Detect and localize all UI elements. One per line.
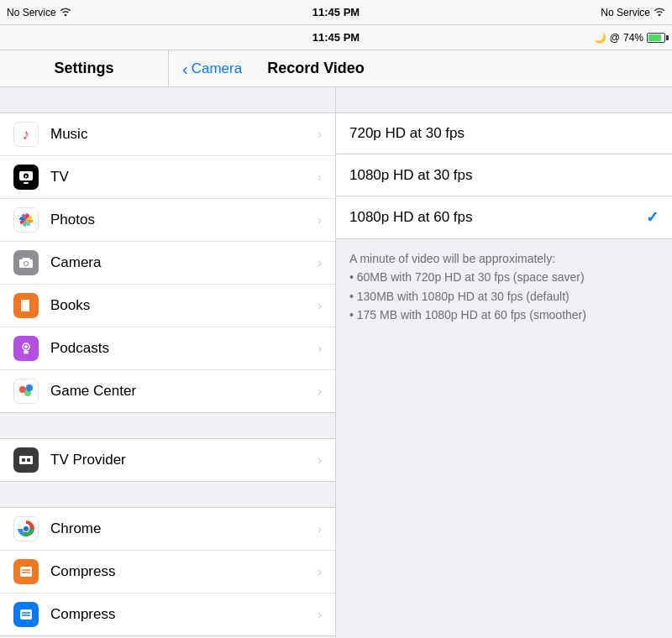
tv-app-icon (13, 165, 39, 190)
chevron-right-icon: › (318, 522, 322, 536)
chrome-app-icon (13, 516, 39, 541)
video-1080p60-label: 1080p HD at 60 fps (349, 209, 639, 226)
photos-pinwheel-icon (16, 210, 36, 230)
status-time-left: 11:45 PM (175, 6, 497, 18)
settings-item-compress2[interactable]: Compress › (0, 594, 335, 635)
status-bar: No Service 11:45 PM No Service (0, 0, 672, 25)
tv-logo-icon (18, 169, 34, 186)
checkmark-icon: ✓ (646, 208, 659, 227)
video-info-bullet1: • 60MB with 720p HD at 30 fps (space sav… (349, 268, 659, 286)
settings-item-podcasts[interactable]: Podcasts › (0, 327, 335, 370)
back-button[interactable]: ‹ Camera (182, 60, 242, 77)
books-icon (18, 297, 34, 314)
svg-rect-1 (24, 182, 29, 184)
chevron-right-icon: › (318, 299, 322, 312)
status-right: No Service (497, 6, 665, 18)
video-720p30-label: 720p HD at 30 fps (349, 125, 659, 142)
tv-label: TV (50, 169, 314, 186)
moon-icon: 🌙 (594, 32, 606, 44)
nav-header: Settings ‹ Camera Record Video (0, 50, 672, 87)
video-option-1080p60[interactable]: 1080p HD at 60 fps ✓ (336, 196, 672, 239)
at-symbol: @ (610, 32, 620, 44)
chevron-right-icon: › (318, 213, 322, 227)
chevron-right-icon: › (318, 384, 322, 398)
gamecenter-icon (16, 381, 36, 401)
svg-point-12 (26, 384, 33, 391)
chevron-right-icon: › (318, 256, 322, 269)
nav-right: ‹ Camera Record Video (169, 60, 672, 77)
svg-point-9 (24, 345, 28, 348)
section-gap-3 (0, 482, 335, 507)
no-service-right: No Service (601, 7, 650, 18)
svg-rect-6 (23, 300, 28, 311)
settings-item-tv[interactable]: TV › (0, 156, 335, 199)
status-right-2: 🌙 @ 74% (497, 32, 665, 44)
settings-item-books[interactable]: Books › (0, 285, 335, 327)
no-service-left: No Service (7, 7, 56, 18)
chrome-icon (16, 519, 36, 539)
gamecenter-app-icon (13, 379, 39, 404)
settings-group-2: TV Provider › (0, 438, 335, 482)
chevron-right-icon: › (318, 565, 322, 578)
wifi-icon-left (60, 6, 71, 18)
settings-item-compress1[interactable]: Compress › (0, 551, 335, 594)
video-options-group: 720p HD at 30 fps 1080p HD at 30 fps 108… (336, 112, 672, 239)
music-app-icon: ♪ (13, 122, 39, 147)
tvprovider-label: TV Provider (50, 452, 314, 468)
books-label: Books (50, 297, 314, 314)
podcasts-icon (18, 340, 34, 357)
camera-label: Camera (50, 254, 314, 271)
status-bar-2: 11:45 PM 🌙 @ 74% (0, 25, 672, 50)
video-info-block: A minute of video will be approximately:… (336, 239, 672, 335)
chrome-label: Chrome (50, 520, 314, 537)
svg-point-19 (24, 526, 29, 531)
books-app-icon (13, 293, 39, 318)
settings-item-music[interactable]: ♪ Music › (0, 113, 335, 156)
podcasts-label: Podcasts (50, 340, 314, 357)
video-option-720p30[interactable]: 720p HD at 30 fps (336, 112, 672, 154)
chevron-right-icon: › (318, 342, 322, 355)
compress1-icon (18, 563, 34, 580)
compress1-label: Compress (50, 563, 314, 580)
video-info-title: A minute of video will be approximately: (349, 249, 659, 268)
video-1080p30-label: 1080p HD at 30 fps (349, 167, 659, 184)
settings-group-1: ♪ Music › TV › (0, 112, 335, 413)
svg-rect-14 (22, 458, 25, 462)
gamecenter-label: Game Center (50, 383, 314, 400)
settings-item-gamecenter[interactable]: Game Center › (0, 370, 335, 412)
chevron-right-icon: › (318, 453, 322, 467)
wifi-icon-right (654, 6, 665, 18)
settings-item-photos[interactable]: Photos › (0, 199, 335, 242)
svg-point-4 (24, 262, 28, 265)
status-time-right: 11:45 PM (175, 31, 497, 44)
battery-icon-container (647, 33, 665, 43)
battery-percent: 74% (623, 32, 643, 44)
status-left: No Service (7, 6, 175, 18)
settings-item-camera[interactable]: Camera › (0, 242, 335, 285)
chevron-right-icon: › (318, 128, 322, 141)
chevron-right-icon: › (318, 608, 322, 621)
settings-title: Settings (0, 60, 168, 77)
section-gap-2 (0, 413, 335, 438)
compress2-app-icon (13, 602, 39, 627)
record-video-title: Record Video (267, 60, 365, 77)
chevron-left-icon: ‹ (182, 60, 188, 77)
podcasts-app-icon (13, 336, 39, 361)
music-label: Music (50, 126, 314, 143)
svg-rect-23 (20, 609, 32, 620)
settings-list: ♪ Music › TV › (0, 87, 336, 638)
compress2-label: Compress (50, 606, 314, 623)
photos-app-icon (13, 207, 39, 233)
svg-rect-15 (27, 458, 30, 462)
settings-item-chrome[interactable]: Chrome › (0, 508, 335, 551)
svg-rect-7 (22, 300, 23, 311)
video-info-bullet2: • 130MB with 1080p HD at 30 fps (default… (349, 287, 659, 306)
main-content: ♪ Music › TV › (0, 87, 672, 638)
video-option-1080p30[interactable]: 1080p HD at 30 fps (336, 154, 672, 196)
right-section-gap (336, 87, 672, 112)
compress1-app-icon (13, 559, 39, 584)
record-video-panel: 720p HD at 30 fps 1080p HD at 30 fps 108… (336, 87, 672, 638)
settings-item-tvprovider[interactable]: TV Provider › (0, 439, 335, 481)
music-note-icon: ♪ (23, 126, 30, 144)
tvprovider-app-icon (13, 447, 39, 473)
